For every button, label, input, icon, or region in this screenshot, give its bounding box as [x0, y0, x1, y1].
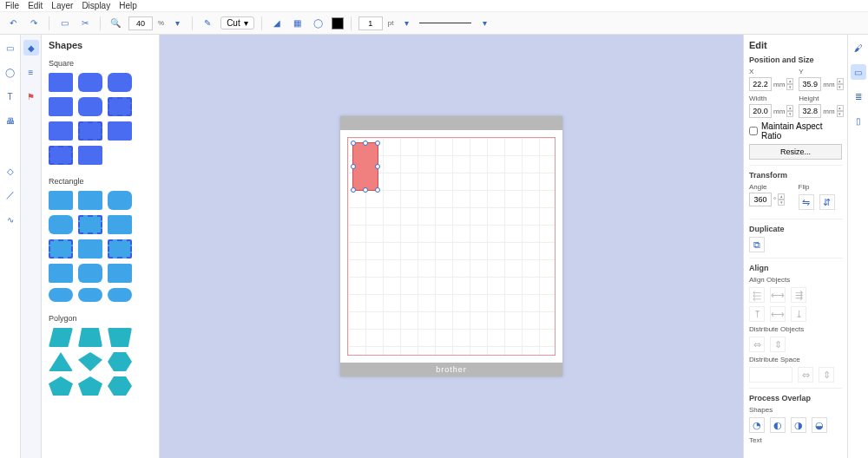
stamp-square-shape-3[interactable]	[49, 146, 73, 165]
rect-shape-4[interactable]	[78, 239, 102, 258]
rect-shape-5[interactable]	[49, 264, 73, 283]
aspect-checkbox[interactable]	[749, 127, 758, 135]
distribute-h-icon[interactable]: ⇔	[749, 337, 765, 352]
pill-shape[interactable]	[49, 288, 73, 302]
outline-icon[interactable]: ◯	[311, 16, 326, 31]
align-right-icon[interactable]: ⇶	[791, 287, 806, 303]
text-tool-icon[interactable]: T	[3, 88, 18, 104]
space-v-icon[interactable]: ⇕	[819, 367, 834, 383]
stamp-square-shape-2[interactable]	[78, 121, 102, 141]
shapes-panel-icon[interactable]: ◯	[3, 64, 18, 80]
trapezoid-shape-2[interactable]	[108, 328, 132, 347]
menu-layer[interactable]: Layer	[51, 1, 73, 10]
triangle-shape[interactable]	[49, 352, 73, 371]
square-shape-3[interactable]	[49, 121, 73, 141]
x-spinner[interactable]: ▴▾	[786, 78, 793, 90]
y-spinner[interactable]: ▴▾	[837, 78, 844, 90]
handle-nw[interactable]	[351, 141, 356, 146]
rounded-rect-shape-3[interactable]	[78, 264, 102, 283]
stamp-rect-shape[interactable]	[78, 215, 102, 234]
align-center-icon[interactable]: ⟷	[770, 287, 786, 303]
pill-shape-2[interactable]	[78, 288, 102, 302]
shape-tool-icon[interactable]: ◆	[23, 40, 39, 56]
stroke-dropdown-icon[interactable]: ▾	[398, 16, 414, 31]
curve-icon[interactable]: ∿	[3, 212, 18, 227]
zoom-icon[interactable]: 🔍	[108, 16, 123, 31]
square-shape-5[interactable]	[78, 146, 102, 165]
space-input[interactable]	[749, 367, 792, 383]
align-top-icon[interactable]: ⤒	[749, 306, 765, 322]
rect-shape-3[interactable]	[108, 215, 132, 234]
trapezoid-shape[interactable]	[78, 328, 102, 347]
align-middle-icon[interactable]: ⟷	[770, 306, 786, 322]
menu-file[interactable]: File	[5, 1, 19, 10]
weld-icon[interactable]: ◔	[749, 417, 765, 433]
rounded-rect-shape-2[interactable]	[49, 215, 73, 234]
duplicate-icon[interactable]: ⧉	[749, 237, 765, 252]
stroke-input[interactable]	[358, 16, 383, 30]
print-icon[interactable]: 🖶	[3, 113, 18, 128]
flip-horizontal-icon[interactable]: ⇋	[799, 194, 814, 210]
height-input[interactable]	[799, 104, 821, 118]
handle-w[interactable]	[351, 164, 356, 169]
diamond-shape[interactable]	[78, 352, 102, 371]
selected-object[interactable]	[352, 142, 378, 191]
rounded-rect-shape[interactable]	[108, 191, 132, 210]
width-spinner[interactable]: ▴▾	[786, 105, 793, 117]
brush-icon[interactable]: 🖌	[851, 40, 866, 56]
layers-icon[interactable]: ≣	[851, 88, 866, 104]
parallelogram-shape[interactable]	[49, 328, 73, 347]
align-left-icon[interactable]: ⬱	[749, 287, 765, 303]
pill-shape-3[interactable]	[108, 288, 132, 302]
stamp-rect-shape-2[interactable]	[49, 239, 73, 258]
menu-help[interactable]: Help	[119, 1, 137, 10]
intersect-icon[interactable]: ◑	[791, 417, 806, 433]
width-input[interactable]	[749, 104, 772, 118]
rect-shape-2[interactable]	[78, 191, 102, 210]
handle-se[interactable]	[375, 187, 380, 193]
undo-icon[interactable]: ↶	[5, 16, 21, 31]
handle-e[interactable]	[375, 164, 380, 169]
copy-icon[interactable]: ▭	[56, 16, 72, 31]
pentagon-shape[interactable]	[49, 376, 73, 396]
line-tool-icon[interactable]: ≡	[23, 64, 39, 80]
cut-icon[interactable]: ✂	[77, 16, 93, 31]
divide-icon[interactable]: ◒	[812, 417, 827, 433]
height-spinner[interactable]: ▴▾	[837, 105, 844, 117]
square-shape-4[interactable]	[108, 121, 132, 141]
page-icon[interactable]: ▯	[851, 113, 866, 128]
handle-n[interactable]	[363, 141, 368, 146]
cut-mode-button[interactable]: Cut▾	[220, 16, 254, 29]
distribute-v-icon[interactable]: ⇕	[770, 337, 786, 352]
angle-spinner[interactable]: ▴▾	[778, 193, 785, 206]
canvas-area[interactable]: brother	[160, 35, 743, 458]
space-h-icon[interactable]: ⇔	[798, 367, 813, 383]
stroke-style-dropdown-icon[interactable]: ▾	[477, 16, 492, 31]
x-input[interactable]	[749, 77, 772, 91]
align-bottom-icon[interactable]: ⤓	[791, 306, 806, 322]
square-shape[interactable]	[49, 73, 73, 92]
pencil-icon[interactable]: ／	[3, 187, 18, 203]
flip-vertical-icon[interactable]: ⇵	[819, 194, 835, 210]
color-swatch[interactable]	[332, 17, 344, 29]
handle-s[interactable]	[363, 187, 368, 193]
menu-display[interactable]: Display	[82, 1, 110, 10]
square-shape-2[interactable]	[49, 97, 73, 116]
subtract-icon[interactable]: ◐	[770, 417, 786, 433]
resize-button[interactable]: Resize...	[749, 144, 842, 160]
stamp-tool-icon[interactable]: ⚑	[23, 88, 39, 104]
zoom-input[interactable]	[128, 16, 153, 30]
redo-icon[interactable]: ↷	[26, 16, 42, 31]
rect-shape[interactable]	[49, 191, 73, 210]
tag-icon[interactable]: ◇	[3, 163, 18, 179]
y-input[interactable]	[799, 77, 821, 91]
hexagon-shape-2[interactable]	[108, 376, 132, 396]
stamp-rect-shape-3[interactable]	[108, 239, 132, 258]
rounded-square-shape-3[interactable]	[78, 97, 102, 116]
pen-icon[interactable]: ✎	[200, 16, 215, 31]
rounded-square-shape-2[interactable]	[108, 73, 132, 92]
rect-shape-6[interactable]	[108, 264, 132, 283]
project-icon[interactable]: ▭	[3, 40, 18, 56]
angle-input[interactable]	[749, 193, 772, 206]
menu-edit[interactable]: Edit	[28, 1, 43, 10]
